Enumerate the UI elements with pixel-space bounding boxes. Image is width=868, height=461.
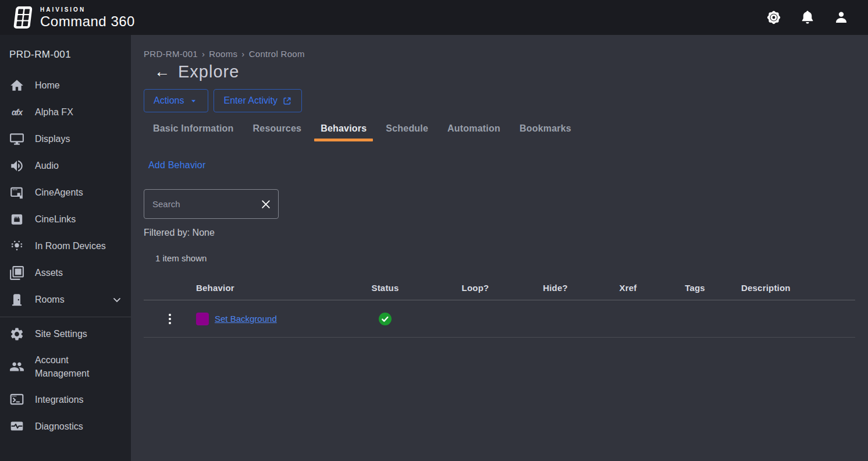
col-status: Status [336,283,435,293]
settings-gear-icon[interactable] [766,9,782,26]
table-row: Set Background [144,300,855,338]
row-menu-kebab-icon[interactable] [163,311,177,327]
col-hide: Hide? [516,283,595,293]
breadcrumb-rooms[interactable]: Rooms [209,49,237,59]
tab-behaviors[interactable]: Behaviors [319,121,368,140]
product-name: Command 360 [40,15,135,29]
sidebar-item-rooms[interactable]: Rooms [0,286,131,313]
tab-bookmarks[interactable]: Bookmarks [518,121,572,140]
chevron-down-icon[interactable] [111,294,123,306]
items-shown-label: 1 item shown [155,253,868,263]
account-person-icon[interactable] [833,9,849,26]
tab-schedule[interactable]: Schedule [385,121,429,140]
search-input[interactable] [144,199,256,209]
sidebar-item-integrations[interactable]: Integrations [0,386,131,413]
site-settings-gear-icon [8,327,26,342]
filtered-by-label: Filtered by: None [144,228,868,238]
sidebar-room-title: PRD-RM-001 [0,35,131,72]
sidebar-item-diagnostics[interactable]: Diagnostics [0,413,131,439]
sidebar-item-cineagents[interactable]: CineAgents [0,179,131,206]
tab-bar: Basic Information Resources Behaviors Sc… [152,121,868,140]
cinelinks-icon [8,212,26,227]
sidebar-item-assets[interactable]: Assets [0,260,131,286]
back-arrow-icon[interactable]: ← [154,64,170,80]
sidebar-item-alpha-fx[interactable]: αfx Alpha FX [0,99,131,126]
sidebar-item-home[interactable]: Home [0,72,131,99]
breadcrumb: PRD-RM-001›Rooms›Control Room [131,35,868,59]
cineagents-icon [8,185,26,200]
sidebar-item-cinelinks[interactable]: CineLinks [0,206,131,233]
add-behavior-link[interactable]: Add Behavior [148,160,205,171]
behavior-link[interactable]: Set Background [215,314,277,324]
sidebar: PRD-RM-001 Home αfx Alpha FX Displays Au… [0,35,131,461]
table-header-row: Behavior Status Loop? Hide? Xref Tags De… [144,276,855,300]
status-enabled-icon [378,312,392,326]
sidebar-item-account-management[interactable]: Account Management [0,347,131,386]
breadcrumb-room[interactable]: PRD-RM-001 [144,49,198,59]
tab-automation[interactable]: Automation [446,121,501,140]
top-bar: HAIVISION Command 360 [0,0,868,35]
sidebar-item-site-settings[interactable]: Site Settings [0,321,131,347]
enter-activity-button[interactable]: Enter Activity [214,89,301,112]
search-box [144,189,279,219]
sidebar-item-displays[interactable]: Displays [0,126,131,153]
behavior-color-chip [196,313,209,325]
page-title: Explore [178,62,239,81]
col-description: Description [728,283,855,293]
breadcrumb-control-room[interactable]: Control Room [249,49,305,59]
col-loop: Loop? [435,283,516,293]
rooms-door-icon [8,292,26,307]
tab-resources[interactable]: Resources [252,121,303,140]
assets-icon [8,265,26,281]
col-xref: Xref [595,283,661,293]
home-icon [8,78,26,93]
sidebar-item-in-room-devices[interactable]: In Room Devices [0,233,131,260]
brand-name: HAIVISION [40,7,135,13]
haivision-logo-icon [12,5,34,30]
tab-basic-information[interactable]: Basic Information [152,121,235,140]
audio-icon [8,158,26,173]
behaviors-table: Behavior Status Loop? Hide? Xref Tags De… [144,276,855,338]
caret-down-icon [188,96,198,106]
in-room-devices-icon [8,239,26,254]
external-link-icon [282,96,292,106]
main-content: PRD-RM-001›Rooms›Control Room ← Explore … [131,35,868,461]
search-clear-icon[interactable] [256,194,276,214]
account-management-icon [8,359,26,374]
actions-button[interactable]: Actions [144,89,208,112]
brand: HAIVISION Command 360 [12,5,135,30]
display-icon [8,132,26,147]
diagnostics-icon [8,419,26,434]
sidebar-divider [0,317,131,317]
sidebar-item-audio[interactable]: Audio [0,153,131,179]
col-behavior: Behavior [196,283,336,293]
integrations-terminal-icon [8,392,26,407]
alpha-fx-icon: αfx [8,105,26,120]
notifications-bell-icon[interactable] [799,9,816,26]
col-tags: Tags [661,283,728,293]
